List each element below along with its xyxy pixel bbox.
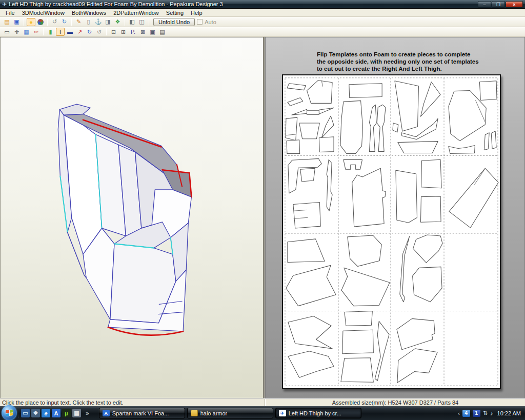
task-left-hd-thigh[interactable]: ✈ Left HD Thigh by cr...: [275, 408, 361, 418]
pattern-toolbar: ▭✚▦✏▮I▬↗↻↺⊡⊞P.⊠▣▤: [0, 27, 525, 37]
status-bar: Click the place to input text. Click the…: [0, 398, 525, 406]
print-icon[interactable]: ▤: [158, 28, 167, 36]
window-title: Left HD Thigh by crackhead09 Edited For …: [9, 1, 478, 7]
image-viewer-icon[interactable]: ▦: [72, 409, 81, 417]
instruction-line-2: the opposide side, with needing only one…: [317, 58, 479, 65]
arrange-parts-icon[interactable]: ⊞: [119, 28, 128, 36]
print-preview-icon[interactable]: ▣: [148, 28, 157, 36]
select-rect-icon[interactable]: ▭: [3, 28, 11, 36]
menu-3dmodelwindow[interactable]: 3DModelWindow: [18, 9, 68, 16]
save-file-icon[interactable]: ▣: [12, 18, 21, 26]
menu-setting[interactable]: Setting: [163, 9, 187, 16]
undo-layout-icon[interactable]: ↺: [95, 28, 104, 36]
show-desktop-icon[interactable]: ▭: [21, 409, 30, 417]
tray-badge-1[interactable]: 1: [473, 410, 480, 417]
auto-checkbox-label: Auto: [205, 19, 216, 25]
main-area: Flip Templates onto Foam to create piece…: [0, 37, 525, 398]
title-bar[interactable]: ✈ Left HD Thigh by crackhead09 Edited Fo…: [0, 0, 525, 9]
task-buttons: A Spartan mark VI Foa... halo armor ✈ Le…: [99, 408, 361, 418]
toggle-light-icon[interactable]: ●: [27, 18, 35, 26]
open-file-icon[interactable]: ▤: [3, 18, 11, 26]
menu-2dpatternwindow[interactable]: 2DPatternWindow: [110, 9, 163, 16]
folder-icon: [191, 410, 198, 416]
forum-app-icon[interactable]: A: [52, 409, 60, 417]
pattern-page[interactable]: [282, 74, 501, 389]
network-icon[interactable]: ⇅: [483, 410, 488, 416]
eraser-tool-icon[interactable]: ▬: [66, 28, 74, 36]
windows-logo-icon: [6, 409, 13, 416]
pattern-pieces-sheet[interactable]: [283, 75, 500, 388]
auto-checkbox-box[interactable]: [197, 19, 203, 25]
menu-bothwindows[interactable]: BothWindows: [68, 9, 110, 16]
pattern-2d-viewport[interactable]: Flip Templates onto Foam to create piece…: [265, 37, 525, 398]
pepakura-task-icon: ✈: [279, 410, 286, 416]
start-button[interactable]: [2, 405, 17, 420]
unfold-undo-button[interactable]: Unfold Undo: [153, 18, 195, 26]
layout-3d-window-icon[interactable]: ◧: [128, 18, 136, 26]
quick-launch-overflow-chevron[interactable]: »: [83, 410, 92, 417]
instruction-line-3: to cut out to create the Right And Left …: [317, 65, 479, 72]
minimize-button[interactable]: –: [478, 1, 491, 8]
system-tray: ‹ 4 1 ⇅ ♪ 10:22 AM: [458, 410, 525, 417]
windows-taskbar: ▭❖eAµ▦ » A Spartan mark VI Foa... halo a…: [0, 406, 525, 420]
forum-app-icon: A: [103, 410, 110, 416]
clock[interactable]: 10:22 AM: [497, 410, 521, 416]
anchor-tool-icon[interactable]: ⚓: [94, 18, 103, 26]
extrude-box-icon[interactable]: ▯: [84, 18, 93, 26]
layout-2d-window-icon[interactable]: ◫: [137, 18, 146, 26]
thigh-armor-3d-model[interactable]: [52, 98, 208, 358]
texture-sphere-icon[interactable]: ●: [37, 19, 44, 25]
tray-collapse-chevron[interactable]: ‹: [458, 410, 460, 416]
volume-icon[interactable]: ♪: [490, 410, 493, 416]
color-pencils-icon[interactable]: ✏: [32, 28, 41, 36]
edit-points-icon[interactable]: ✚: [12, 28, 21, 36]
select-part-icon[interactable]: ❖: [113, 18, 122, 26]
rotate-right-icon[interactable]: ↻: [60, 18, 69, 26]
instruction-line-1: Flip Templates onto Foam to create piece…: [317, 51, 479, 58]
pattern-instructions[interactable]: Flip Templates onto Foam to create piece…: [317, 51, 479, 72]
internet-explorer-icon[interactable]: e: [42, 409, 50, 417]
zoom-region-icon[interactable]: ⊡: [109, 28, 118, 36]
status-hint: Click the place to input text. Click the…: [0, 399, 265, 406]
join-edges-icon[interactable]: ⊠: [138, 28, 147, 36]
assembled-size-readout: Assembled size(mm): H524 W307 D327 / Par…: [265, 399, 525, 406]
pepakura-designer-window: ✈ Left HD Thigh by crackhead09 Edited Fo…: [0, 0, 525, 420]
redo-layout-icon[interactable]: ↻: [85, 28, 94, 36]
auto-checkbox[interactable]: Auto: [197, 19, 216, 25]
switch-windows-icon[interactable]: ❖: [31, 409, 40, 417]
close-button[interactable]: ×: [506, 1, 523, 8]
tray-badge-4[interactable]: 4: [462, 410, 470, 417]
fill-color-icon[interactable]: ▮: [46, 28, 55, 36]
rotate-left-icon[interactable]: ↺: [50, 18, 59, 26]
main-toolbar: ▤▣●●↺↻✎▯⚓◨❖◧◫ Unfold Undo Auto: [0, 17, 525, 27]
menu-help[interactable]: Help: [187, 9, 206, 16]
part-info-icon[interactable]: P.: [129, 28, 137, 36]
task-halo-armor-folder[interactable]: halo armor: [187, 408, 273, 418]
task-spartan-mark-vi[interactable]: A Spartan mark VI Foa...: [99, 408, 185, 418]
menu-file[interactable]: File: [2, 9, 18, 16]
insert-image-icon[interactable]: ▦: [22, 28, 31, 36]
menu-bar: File 3DModelWindow BothWindows 2DPattern…: [0, 9, 525, 17]
text-tool-icon[interactable]: I: [56, 28, 65, 36]
maximize-button[interactable]: ❐: [492, 1, 505, 8]
flip-piece-icon[interactable]: ↗: [75, 28, 84, 36]
model-3d-viewport[interactable]: [0, 37, 264, 398]
utorrent-icon[interactable]: µ: [62, 409, 71, 417]
quick-launch-bar: ▭❖eAµ▦: [18, 409, 83, 417]
pepakura-app-icon: ✈: [2, 1, 7, 8]
door-panel-icon[interactable]: ◨: [104, 18, 112, 26]
edit-pencil-icon[interactable]: ✎: [74, 18, 83, 26]
